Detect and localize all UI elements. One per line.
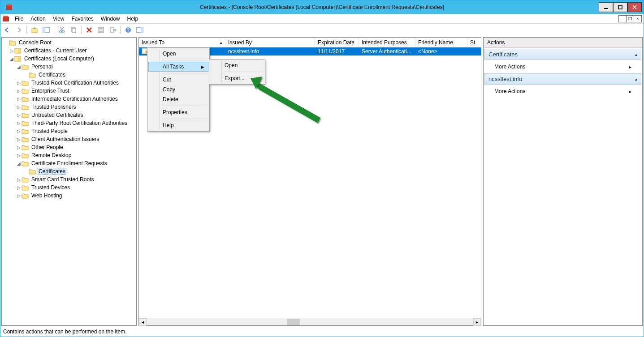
tree-trusted-devices[interactable]: ▷Trusted Devices <box>3 183 135 192</box>
svg-rect-31 <box>18 58 21 61</box>
cm-copy[interactable]: Copy <box>148 85 208 94</box>
tree-cert-local-computer[interactable]: ◢Certificates (Local Computer) <box>3 55 135 63</box>
col-purposes[interactable]: Intended Purposes <box>359 38 415 47</box>
tree-untrusted-certs[interactable]: ▷Untrusted Certificates <box>3 111 135 119</box>
cm-sub-export[interactable]: Export... <box>210 73 264 83</box>
list-body[interactable]: ncssltest.info ncssltest.info 11/11/2017… <box>139 47 481 318</box>
main-area: Console Root ▷Certificates - Current Use… <box>0 36 644 327</box>
scroll-track[interactable] <box>147 318 473 325</box>
context-menu-primary: Open All Tasks▶ Cut Copy Delete Properti… <box>147 47 210 132</box>
tree-trusted-people[interactable]: ▷Trusted People <box>3 127 135 135</box>
col-issued-by[interactable]: Issued By <box>225 38 315 47</box>
menu-action[interactable]: Action <box>27 15 49 23</box>
maximize-button[interactable] <box>613 2 627 12</box>
svg-rect-7 <box>4 16 8 17</box>
tree-other-people[interactable]: ▷Other People <box>3 143 135 151</box>
tree-intermediate-ca[interactable]: ▷Intermediate Certification Authorities <box>3 95 135 103</box>
tree-console-root[interactable]: Console Root <box>3 38 135 47</box>
menu-help[interactable]: Help <box>124 15 142 23</box>
cm-cut[interactable]: Cut <box>148 75 208 85</box>
tree-trusted-root[interactable]: ▷Trusted Root Certification Authorities <box>3 79 135 87</box>
tree-smart-card[interactable]: ▷Smart Card Trusted Roots <box>3 175 135 183</box>
tree-third-party-root[interactable]: ▷Third-Party Root Certification Authorit… <box>3 119 135 127</box>
tree-enterprise-trust[interactable]: ▷Enterprise Trust <box>3 87 135 95</box>
tree-trusted-publishers[interactable]: ▷Trusted Publishers <box>3 103 135 111</box>
context-menu-alltasks: Open Export... <box>209 59 265 85</box>
sort-asc-icon: ▴ <box>220 40 222 45</box>
forward-button[interactable] <box>14 25 24 35</box>
back-button[interactable] <box>2 25 12 35</box>
tree-cert-current-user[interactable]: ▷Certificates - Current User <box>3 47 135 55</box>
tree-client-auth-issuers[interactable]: ▷Client Authentication Issuers <box>3 135 135 143</box>
mdi-close[interactable]: × <box>634 15 642 22</box>
action-more-item[interactable]: More Actions ▸ <box>484 85 642 97</box>
mdi-restore[interactable]: ❐ <box>626 15 634 22</box>
options-button[interactable] <box>135 25 145 35</box>
cm-all-tasks[interactable]: All Tasks▶ <box>148 62 208 72</box>
help-button[interactable]: ? <box>123 25 133 35</box>
cm-properties[interactable]: Properties <box>148 107 208 117</box>
cm-delete[interactable]: Delete <box>148 94 208 104</box>
svg-rect-16 <box>72 28 76 33</box>
mdi-minimize[interactable]: – <box>618 15 627 22</box>
status-text: Contains actions that can be performed o… <box>3 328 127 335</box>
list-pane: Issued To▴ Issued By Expiration Date Int… <box>138 37 481 326</box>
svg-text:?: ? <box>127 28 130 33</box>
menu-file[interactable]: File <box>11 15 27 23</box>
menu-view[interactable]: View <box>49 15 68 23</box>
actions-section-certificates[interactable]: Certificates ▴ <box>484 49 641 60</box>
cm-sub-open[interactable]: Open <box>210 60 264 70</box>
toolbar: ? <box>0 24 644 36</box>
actions-pane: Actions Certificates ▴ More Actions ▸ nc… <box>483 37 643 326</box>
col-friendly[interactable]: Friendly Name <box>415 38 467 47</box>
menu-window[interactable]: Window <box>97 15 124 23</box>
minimize-button[interactable] <box>599 2 613 12</box>
chevron-up-icon: ▴ <box>635 77 637 81</box>
cm-help[interactable]: Help <box>148 120 208 130</box>
svg-rect-3 <box>618 5 622 9</box>
tree-personal-certs[interactable]: Certificates <box>3 71 135 79</box>
svg-line-13 <box>60 27 63 31</box>
action-more-certificates[interactable]: More Actions ▸ <box>484 61 642 73</box>
actions-section-item[interactable]: ncssltest.info ▴ <box>484 73 641 85</box>
app-icon <box>5 3 13 11</box>
tree-web-hosting[interactable]: ▷Web Hosting <box>3 192 135 200</box>
col-st[interactable]: St <box>467 38 477 47</box>
cm-open[interactable]: Open <box>148 49 208 59</box>
submenu-arrow-icon: ▸ <box>629 89 631 94</box>
mdi-controls: – ❐ × <box>619 15 642 22</box>
delete-button[interactable] <box>84 25 94 35</box>
tree-remote-desktop[interactable]: ▷Remote Desktop <box>3 151 135 159</box>
tree-personal[interactable]: ◢Personal <box>3 63 135 71</box>
titlebar: Certificates - [Console Root\Certificate… <box>0 0 644 14</box>
up-button[interactable] <box>30 25 39 35</box>
statusbar: Contains actions that can be performed o… <box>0 327 644 337</box>
list-header: Issued To▴ Issued By Expiration Date Int… <box>139 38 481 47</box>
copy-button[interactable] <box>69 25 78 35</box>
submenu-arrow-icon: ▶ <box>201 64 204 69</box>
cut-button[interactable] <box>57 25 67 35</box>
tree-cert-enrollment-requests[interactable]: ◢Certificate Enrollment Requests <box>3 159 135 167</box>
col-expiration[interactable]: Expiration Date <box>315 38 359 47</box>
tree-pane[interactable]: Console Root ▷Certificates - Current Use… <box>1 37 137 326</box>
tree-enrollment-certs[interactable]: Certificates <box>3 167 135 175</box>
col-issued-to[interactable]: Issued To▴ <box>139 38 225 47</box>
svg-point-12 <box>62 30 65 33</box>
show-hide-tree-button[interactable] <box>41 25 51 35</box>
menu-favorites[interactable]: Favorites <box>68 15 97 23</box>
svg-rect-27 <box>141 27 143 33</box>
submenu-arrow-icon: ▸ <box>629 64 631 69</box>
properties-button[interactable] <box>96 25 106 35</box>
window-title: Certificates - [Console Root\Certificate… <box>200 4 444 10</box>
svg-rect-8 <box>32 29 37 33</box>
mmc-icon <box>2 15 9 22</box>
scroll-left-button[interactable]: ◄ <box>139 318 147 326</box>
menubar: File Action View Favorites Window Help –… <box>0 14 644 24</box>
scroll-right-button[interactable]: ► <box>473 318 481 326</box>
close-button[interactable] <box>627 2 642 12</box>
horizontal-scrollbar[interactable]: ◄ ► <box>139 318 481 325</box>
export-button[interactable] <box>108 25 117 35</box>
window-controls <box>599 2 642 12</box>
scroll-thumb[interactable] <box>287 319 300 325</box>
svg-rect-23 <box>110 28 114 32</box>
